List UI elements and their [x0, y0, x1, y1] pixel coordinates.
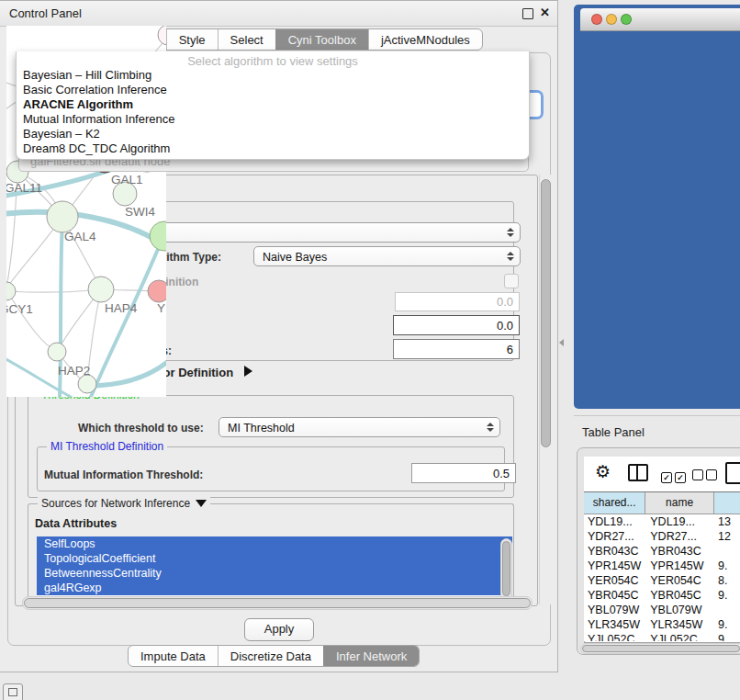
- tab-label: Cyni Toolbox: [288, 33, 356, 47]
- network-node[interactable]: [150, 221, 166, 251]
- tab-infer-network[interactable]: Infer Network: [323, 646, 419, 666]
- dropdown-items: Bayesian – Hill ClimbingBasic Correlatio…: [17, 68, 529, 156]
- tab-cyni-toolbox[interactable]: Cyni Toolbox: [275, 29, 368, 50]
- settings-horizontal-scrollbar[interactable]: [22, 596, 533, 610]
- table-header-row: shared...name: [584, 492, 740, 514]
- attribute-selfloops[interactable]: SelfLoops: [37, 536, 512, 551]
- data-attributes-list[interactable]: SelfLoopsTopologicalCoefficientBetweenne…: [37, 536, 512, 601]
- settings-vertical-scrollbar[interactable]: [539, 175, 552, 604]
- sources-toggle[interactable]: Sources for Network Inference: [38, 497, 210, 510]
- cell: YDR27...: [584, 529, 646, 544]
- close-icon[interactable]: ✕: [540, 6, 550, 19]
- document-icon[interactable]: [725, 462, 740, 484]
- split-columns-icon[interactable]: [628, 464, 648, 481]
- algorithm-option-dream8-dc-tdc-algorithm[interactable]: Dream8 DC_TDC Algorithm: [17, 141, 529, 156]
- algorithm-option-aracne-algorithm[interactable]: ARACNE Algorithm: [17, 97, 529, 112]
- table-row[interactable]: YER054CYER054C8.: [584, 573, 740, 588]
- node-label: SWI4: [125, 205, 155, 219]
- tab-jactivemnodules[interactable]: jActiveMNodules: [368, 29, 482, 50]
- column-header-shared[interactable]: shared...: [584, 492, 645, 514]
- which-threshold-label: Which threshold to use:: [78, 422, 204, 435]
- zoom-traffic-light-icon[interactable]: [621, 14, 632, 25]
- tab-discretize-data[interactable]: Discretize Data: [218, 646, 323, 666]
- cell: 9.: [716, 588, 740, 603]
- table-row[interactable]: YBR045CYBR045C9.: [584, 588, 740, 603]
- cell: 9.: [716, 617, 740, 632]
- tab-label: jActiveMNodules: [381, 33, 470, 47]
- attribute-betweennesscentrality[interactable]: BetweennessCentrality: [37, 566, 512, 581]
- sources-title: Sources for Network Inference: [41, 497, 190, 510]
- table-row[interactable]: YBR043CYBR043C: [584, 544, 740, 559]
- apply-button[interactable]: Apply: [244, 618, 314, 641]
- splitpane-collapse-icon[interactable]: [559, 339, 564, 346]
- table-row[interactable]: YJL052CYJL052C9.: [584, 632, 740, 641]
- mi-steps-field[interactable]: 6: [393, 339, 520, 359]
- network-node[interactable]: [47, 201, 78, 232]
- cell: 12: [716, 529, 740, 544]
- algorithm-option-mutual-information-inference[interactable]: Mutual Information Inference: [17, 112, 529, 127]
- tab-style[interactable]: Style: [166, 29, 218, 50]
- network-node[interactable]: [48, 343, 66, 361]
- tab-label: Infer Network: [336, 649, 407, 663]
- application-window: Control Panel ✕ NetworkStyleSelectCyni T…: [0, 0, 740, 700]
- network-node[interactable]: [6, 282, 16, 300]
- tab-impute-data[interactable]: Impute Data: [129, 646, 218, 666]
- node-label: GCY1: [6, 302, 33, 316]
- cell: YDL19...: [646, 514, 716, 529]
- stepper-icon: [507, 228, 514, 237]
- cell: [716, 544, 740, 559]
- table-horizontal-scrollbar[interactable]: [580, 643, 740, 654]
- restore-panel-button[interactable]: [3, 683, 23, 700]
- table-row[interactable]: YDR27...YDR27...12: [584, 529, 740, 544]
- network-node[interactable]: [78, 375, 96, 393]
- list-scrollbar[interactable]: [500, 538, 512, 601]
- cell: YLR345W: [584, 617, 646, 632]
- network-window-titlebar[interactable]: [580, 8, 740, 31]
- cell: YBL079W: [584, 603, 646, 617]
- dpi-tolerance-field[interactable]: 0.0: [393, 315, 520, 335]
- node-label: HAP4: [105, 301, 138, 315]
- algorithm-option-bayesian-k2[interactable]: Bayesian – K2: [17, 127, 529, 141]
- cell: YPR145W: [584, 559, 646, 573]
- tab-select[interactable]: Select: [218, 29, 275, 50]
- network-node[interactable]: [158, 26, 166, 45]
- stepper-icon: [487, 423, 494, 432]
- network-node[interactable]: [148, 280, 166, 302]
- column-header-name[interactable]: name: [645, 492, 714, 514]
- gear-icon[interactable]: ⚙: [595, 461, 611, 482]
- table-row[interactable]: YLR345WYLR345W9.: [584, 617, 740, 632]
- which-threshold-combobox[interactable]: MI Threshold: [219, 417, 500, 437]
- bottom-tabs: Impute DataDiscretize DataInfer Network: [128, 645, 420, 667]
- mi-threshold-label: Mutual Information Threshold:: [44, 469, 203, 481]
- column-header-item[interactable]: [714, 492, 740, 514]
- network-edge[interactable]: [8, 290, 93, 292]
- manual-kernel-checkbox[interactable]: [504, 274, 519, 288]
- cell: YBL079W: [646, 603, 716, 617]
- kernel-width-field: 0.0: [395, 292, 520, 311]
- mi-threshold-field[interactable]: 0.5: [411, 463, 516, 483]
- panel-title: Control Panel: [9, 6, 82, 20]
- float-panel-icon[interactable]: [522, 8, 533, 19]
- table-row[interactable]: YDL19...YDL19...13: [584, 514, 740, 529]
- cell: 9.: [716, 632, 740, 641]
- cell: YDL19...: [584, 514, 646, 529]
- mi-algorithm-type-combobox[interactable]: Naive Bayes: [253, 246, 521, 266]
- network-view-window[interactable]: [574, 5, 740, 409]
- attribute-topologicalcoefficient[interactable]: TopologicalCoefficient: [37, 551, 512, 566]
- cell: [716, 603, 740, 617]
- network-node[interactable]: [88, 277, 114, 302]
- algorithm-option-basic-correlation-inference[interactable]: Basic Correlation Inference: [17, 83, 529, 97]
- close-traffic-light-icon[interactable]: [591, 14, 602, 25]
- minimize-traffic-light-icon[interactable]: [606, 14, 617, 25]
- cell: YDR27...: [646, 529, 716, 544]
- node-label: GAL11: [6, 181, 42, 195]
- table-row[interactable]: YPR145WYPR145W9.: [584, 559, 740, 573]
- node-label: GAL4: [64, 230, 96, 243]
- collapse-arrow-icon: [196, 500, 207, 507]
- tab-label: Discretize Data: [230, 649, 311, 663]
- table-row[interactable]: YBL079WYBL079W: [584, 603, 740, 617]
- deselect-all-checks-icon[interactable]: [692, 468, 720, 484]
- attribute-gal4rgexp[interactable]: gal4RGexp: [37, 581, 512, 595]
- select-all-checks-icon[interactable]: ✓✓: [661, 468, 689, 484]
- algorithm-option-bayesian-hill-climbing[interactable]: Bayesian – Hill Climbing: [17, 68, 529, 83]
